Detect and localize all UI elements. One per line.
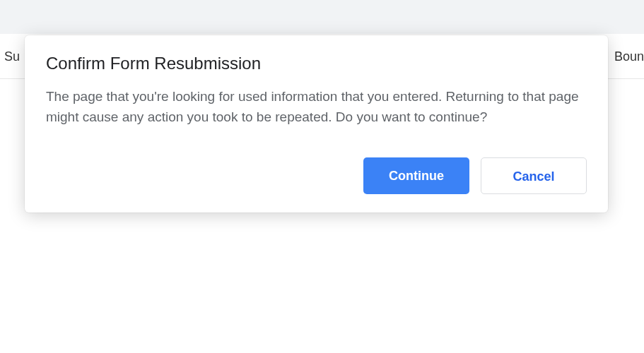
dialog-actions: Continue Cancel (46, 157, 587, 194)
header-left-fragment: Su (4, 49, 20, 64)
header-right-fragment: Boun (614, 49, 644, 64)
continue-button[interactable]: Continue (363, 157, 469, 194)
top-bar (0, 0, 644, 34)
cancel-button[interactable]: Cancel (481, 157, 587, 194)
dialog-body: The page that you're looking for used in… (46, 86, 587, 128)
dialog-title: Confirm Form Resubmission (46, 54, 587, 73)
confirm-resubmission-dialog: Confirm Form Resubmission The page that … (25, 35, 608, 213)
